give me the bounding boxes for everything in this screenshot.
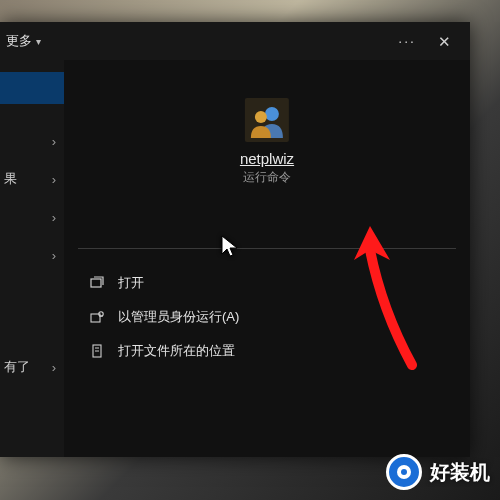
chevron-down-icon: ▾ (36, 36, 41, 47)
svg-rect-2 (91, 279, 101, 287)
chevron-right-icon: › (52, 134, 56, 149)
chevron-right-icon: › (52, 210, 56, 225)
sidebar-item[interactable]: › (0, 198, 64, 236)
overflow-button[interactable]: ··· (398, 33, 416, 49)
watermark-text: 好装机 (430, 459, 490, 486)
sidebar-item[interactable]: 果 › (0, 160, 64, 198)
app-subtitle: 运行命令 (240, 169, 294, 186)
close-icon: ✕ (438, 33, 451, 51)
sidebar-item-label: 有了 (4, 358, 30, 376)
detail-pane: netplwiz 运行命令 打开 以管理员身份运行(A) 打开 (64, 60, 470, 457)
watermark: 好装机 (386, 454, 490, 490)
action-label: 以管理员身份运行(A) (118, 308, 239, 326)
sidebar-item-label: 果 (4, 170, 17, 188)
sidebar-selected-item[interactable] (0, 72, 64, 104)
admin-icon (88, 310, 106, 324)
open-icon (88, 276, 106, 290)
chevron-right-icon: › (52, 172, 56, 187)
folder-location-icon (88, 344, 106, 358)
close-button[interactable]: ✕ (432, 30, 456, 54)
sidebar-item[interactable]: 有了 › (0, 348, 64, 386)
titlebar: 更多 ▾ ··· ✕ (0, 22, 470, 60)
action-label: 打开文件所在的位置 (118, 342, 235, 360)
action-open[interactable]: 打开 (88, 266, 239, 300)
action-open-location[interactable]: 打开文件所在的位置 (88, 334, 239, 368)
chevron-right-icon: › (52, 248, 56, 263)
mouse-cursor-icon (220, 234, 240, 264)
annotation-arrow-icon (352, 220, 442, 374)
sidebar: › 果 › › › 有了 › (0, 22, 64, 457)
sidebar-item[interactable]: › (0, 122, 64, 160)
watermark-logo-icon (386, 454, 422, 490)
chevron-right-icon: › (52, 360, 56, 375)
user-accounts-icon (245, 98, 289, 142)
svg-point-0 (265, 107, 279, 121)
action-label: 打开 (118, 274, 144, 292)
search-panel: 更多 ▾ ··· ✕ › 果 › › › 有了 › (0, 22, 470, 457)
sidebar-item[interactable]: › (0, 236, 64, 274)
svg-point-1 (255, 111, 267, 123)
divider (78, 248, 456, 249)
action-list: 打开 以管理员身份运行(A) 打开文件所在的位置 (88, 266, 239, 368)
app-name-link[interactable]: netplwiz (240, 150, 294, 167)
app-header: netplwiz 运行命令 (240, 98, 294, 186)
more-dropdown[interactable]: 更多 ▾ (6, 32, 41, 50)
action-run-as-admin[interactable]: 以管理员身份运行(A) (88, 300, 239, 334)
more-label: 更多 (6, 32, 32, 50)
